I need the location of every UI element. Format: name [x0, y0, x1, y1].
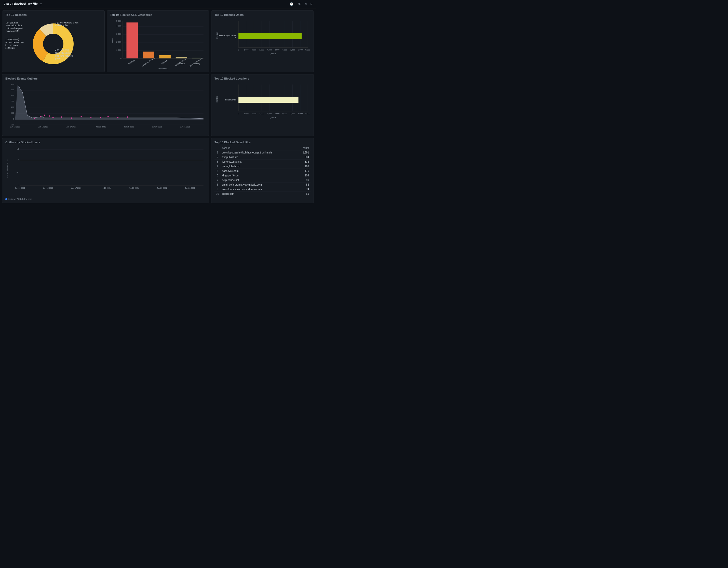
svg-text:Jun 19 2021: Jun 19 2021: [129, 187, 139, 189]
col-count-header: _count: [295, 146, 311, 150]
table-row: 5 hacheyou.com 110: [214, 169, 311, 173]
svg-text:Malicious Content: Malicious Content: [141, 57, 155, 67]
row-count: 1,391: [295, 150, 311, 155]
row-url: kingsport3.com: [220, 173, 295, 178]
row-num: 4: [214, 164, 220, 169]
svg-rect-19: [159, 55, 171, 58]
svg-text:300: 300: [11, 100, 14, 102]
svg-text:Jun 16 2021: Jun 16 2021: [43, 187, 53, 189]
legend-label-user: testuser2@bd-dev.com: [8, 198, 32, 200]
svg-text:0.5: 0.5: [17, 171, 19, 173]
row-url: help.etrade.net: [220, 178, 295, 182]
table-row: 7 help.etrade.net 99: [214, 178, 311, 182]
svg-point-4: [44, 34, 63, 54]
svg-text:Miscellaneous or: Miscellaneous or: [175, 58, 187, 66]
svg-text:3,000: 3,000: [259, 113, 264, 114]
panel-blocked-users: Top 10 Blocked Users 0 1,000 2,000 3,000…: [211, 10, 314, 72]
row-num: 8: [214, 182, 220, 187]
svg-text:5,000: 5,000: [275, 49, 279, 51]
locations-chart: 0 1,000 2,000 3,000 4,000 5,000 6,000 7,…: [214, 82, 311, 133]
svg-text:Jun 15 2021: Jun 15 2021: [10, 126, 20, 128]
row-num: 7: [214, 178, 220, 182]
svg-text:2,000: 2,000: [252, 113, 256, 114]
svg-text:Jun 20 2021: Jun 20 2021: [152, 126, 162, 128]
svg-text:count: count: [111, 38, 113, 43]
header: ZIA - Blocked Traffic ⤴ 🕐 -7D ↻ ▽: [0, 0, 316, 8]
table-row: 9 www.formation.connect-formation.fr 74: [214, 187, 311, 192]
svg-point-76: [40, 116, 42, 117]
locations-svg: 0 1,000 2,000 3,000 4,000 5,000 6,000 7,…: [214, 82, 311, 133]
svg-text:0: 0: [18, 184, 19, 186]
svg-point-78: [61, 116, 62, 118]
svg-marker-74: [15, 85, 203, 119]
svg-text:4,000: 4,000: [267, 49, 272, 51]
row-count: 110: [295, 169, 311, 173]
row-count: 504: [295, 155, 311, 159]
svg-point-77: [52, 117, 54, 118]
svg-text:urlcategory: urlcategory: [158, 68, 168, 69]
svg-text:7,000: 7,000: [290, 113, 295, 114]
col-baseurl-header: baseurl: [220, 146, 295, 150]
outliers-users-chart: 0 0.5 1 1.5 Jun 15 2021 Jun 16 2021 Jun …: [5, 146, 206, 197]
table-row: 6 kingsport3.com 109: [214, 173, 311, 178]
panel-outliers: Blocked Events Outliers -100 0 100 200 3…: [2, 74, 209, 136]
svg-text:8,000: 8,000: [298, 49, 303, 51]
svg-text:0: 0: [13, 118, 14, 120]
row-count: 169: [295, 164, 311, 169]
row-num: 1: [214, 150, 220, 155]
svg-text:1: 1: [18, 158, 19, 160]
svg-text:0: 0: [238, 49, 239, 51]
outliers-users-svg: 0 0.5 1 1.5 Jun 15 2021 Jun 16 2021 Jun …: [5, 146, 206, 197]
svg-text:4,000: 4,000: [116, 25, 122, 27]
svg-text:m: m: [235, 37, 236, 38]
svg-text:Jun 20 2021: Jun 20 2021: [157, 187, 167, 189]
row-num: 3: [214, 159, 220, 164]
svg-point-87: [49, 115, 50, 117]
svg-text:1.5: 1.5: [17, 148, 19, 150]
row-url: www.logopaedie-tisch.homepage.t-online.d…: [220, 150, 295, 155]
svg-text:6,000: 6,000: [282, 49, 287, 51]
svg-text:Jun 18 2021: Jun 18 2021: [96, 126, 106, 128]
svg-text:600: 600: [11, 84, 14, 85]
url-cats-chart: 0 1,000 2,000 3,000 4,000 5,000: [110, 18, 206, 69]
svg-text:Economy: Economy: [193, 63, 200, 65]
svg-text:location: location: [216, 96, 218, 102]
svg-text:Other Business and: Other Business and: [189, 57, 203, 67]
svg-text:_count: _count: [270, 116, 277, 118]
row-url: truepublish.de: [220, 155, 295, 159]
table-row: 10 tidatip.com 61: [214, 192, 311, 196]
row-num: 9: [214, 187, 220, 192]
panel-locations-title: Top 10 Blocked Locations: [214, 77, 311, 80]
export-icon[interactable]: ⤴: [40, 2, 42, 6]
row-count: 74: [295, 187, 311, 192]
panel-url-cats: Top 10 Blocked URL Categories 0 1,000 2,…: [107, 10, 209, 72]
row-url: www.formation.connect-formation.fr: [220, 187, 295, 192]
svg-text:2,000: 2,000: [116, 41, 122, 43]
row-url: email-bofa-promo.webcindario.com: [220, 182, 295, 187]
donut-chart-svg: [28, 18, 79, 69]
svg-text:1,000: 1,000: [116, 49, 122, 51]
svg-text:Jun 21 2021: Jun 21 2021: [185, 187, 195, 189]
svg-text:Jun 17 2021: Jun 17 2021: [66, 126, 76, 128]
time-range[interactable]: -7D: [296, 2, 301, 6]
svg-rect-52: [238, 33, 302, 39]
table-row: 8 email-bofa-promo.webcindario.com 86: [214, 182, 311, 187]
filter-icon[interactable]: ▽: [310, 2, 312, 6]
svg-text:1,000: 1,000: [244, 113, 249, 114]
svg-text:_count: _count: [270, 52, 277, 55]
row-num: 6: [214, 173, 220, 178]
svg-point-80: [80, 116, 82, 117]
row-count: 109: [295, 173, 311, 178]
svg-text:7,000: 7,000: [290, 49, 295, 51]
svg-text:8,000: 8,000: [298, 113, 303, 114]
svg-text:Jun 19 2021: Jun 19 2021: [124, 126, 134, 128]
row-num: 10: [214, 192, 220, 196]
svg-text:100: 100: [11, 112, 14, 114]
svg-text:Jun 16 2021: Jun 16 2021: [38, 126, 48, 128]
svg-point-81: [90, 117, 92, 118]
refresh-icon[interactable]: ↻: [304, 2, 307, 6]
page-title: ZIA - Blocked Traffic: [4, 2, 38, 6]
svg-text:0: 0: [238, 113, 239, 114]
svg-text:Jun 17 2021: Jun 17 2021: [71, 187, 82, 189]
svg-point-79: [71, 117, 72, 119]
